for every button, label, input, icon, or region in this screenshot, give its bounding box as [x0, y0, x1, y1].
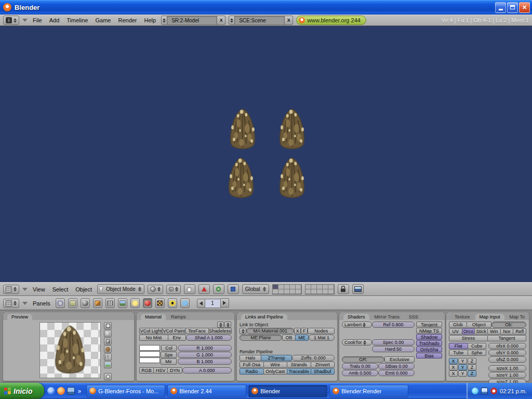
clock[interactable]: 02:21 p.m. [500, 388, 527, 394]
onlycast-button[interactable]: OnlyCast [263, 368, 288, 375]
internet-explorer-icon[interactable] [47, 387, 55, 395]
pivot-selector[interactable] [166, 285, 181, 294]
tab-ramps[interactable]: Ramps [167, 314, 190, 320]
axis-x-button[interactable]: X [449, 370, 458, 377]
taskbar-item-blender244[interactable]: Blender 2.44 [167, 385, 246, 397]
axis-x-button[interactable]: X [449, 358, 458, 364]
ref-slider[interactable]: Ref 0.800 [372, 322, 415, 328]
cube-button[interactable]: Cube [468, 343, 487, 349]
refl-button[interactable]: Refl [513, 328, 526, 335]
shadow-button[interactable]: Shadow [416, 334, 442, 340]
material-subcontext-button[interactable] [143, 298, 152, 308]
layer-cell[interactable] [328, 289, 334, 294]
frame-next-button[interactable] [221, 298, 229, 308]
zoffs-field[interactable]: Zoffs: 0.000 [292, 355, 335, 361]
menu-panels[interactable]: Panels [31, 300, 52, 307]
trashado-button[interactable]: TraShado [416, 340, 442, 346]
preview-sky-button[interactable] [104, 361, 112, 368]
axis-z-button[interactable]: Z [468, 358, 476, 364]
tab-texture[interactable]: Texture [450, 314, 474, 320]
mode-selector[interactable]: Object Mode [97, 284, 144, 294]
menu-help[interactable]: Help [142, 17, 158, 23]
mirror-color-swatch[interactable] [139, 357, 160, 363]
shadbuf-button[interactable]: Shadbuf [311, 368, 335, 375]
tab-map-input[interactable]: Map Input [475, 314, 504, 320]
editor-type-selector[interactable]: i [3, 16, 19, 25]
shading-context-button[interactable] [81, 298, 90, 308]
radio-button[interactable]: Radio [240, 368, 264, 375]
browse-scenes-button[interactable] [229, 16, 235, 25]
preview-sphere-button[interactable] [104, 330, 112, 337]
ztransp-button[interactable]: ZTransp [261, 355, 292, 361]
zinvert-button[interactable]: ZInvert [311, 362, 335, 368]
taskbar-item-blender-render[interactable]: Blender:Render [329, 385, 408, 397]
tab-links-pipeline[interactable]: Links and Pipeline [241, 314, 287, 320]
glob-button[interactable]: Glob [449, 322, 467, 328]
onlysha-button[interactable]: OnlySha [416, 347, 442, 352]
tralu-slider[interactable]: Tralu 0.00 [342, 363, 378, 369]
menu-object[interactable]: Object [73, 286, 94, 292]
object-context-button[interactable] [93, 298, 102, 308]
collapse-menu-icon[interactable] [22, 302, 28, 305]
status-tray-icon[interactable] [490, 388, 497, 394]
layer-cell[interactable] [278, 289, 284, 294]
paste-material-button[interactable] [224, 322, 231, 328]
rgb-mode-button[interactable]: RGB [139, 367, 154, 374]
red-slider[interactable]: R 1.000 [178, 345, 232, 351]
delete-scene-button[interactable]: X [285, 16, 293, 25]
hard-slider[interactable]: Hard:50 [372, 346, 415, 352]
tube-button[interactable]: Tube [449, 350, 468, 356]
layer-cell[interactable] [311, 289, 317, 294]
restore-button[interactable] [507, 2, 518, 13]
show-desktop-icon[interactable] [67, 387, 75, 395]
tree-billboard-object[interactable] [274, 107, 310, 153]
fake-user-button[interactable]: F [301, 328, 308, 334]
me-link-button[interactable]: ME [295, 335, 309, 341]
tab-preview[interactable]: Preview [7, 314, 32, 320]
frame-previous-button[interactable] [197, 299, 205, 308]
sizey-field[interactable]: sizeY 1.00 [488, 372, 526, 378]
editor-type-selector[interactable] [3, 285, 19, 294]
vcol-light-button[interactable]: VCol Light [139, 328, 163, 334]
layer-cell[interactable] [323, 285, 328, 289]
radiosity-subcontext-button[interactable] [168, 298, 177, 308]
layer-cell[interactable] [296, 289, 301, 294]
layer-cell[interactable] [278, 285, 284, 289]
menu-render[interactable]: Render [116, 17, 139, 23]
menu-file[interactable]: File [31, 17, 44, 23]
browse-materials-button[interactable] [240, 328, 246, 334]
stick-button[interactable]: Stick [474, 328, 488, 335]
layer-cell[interactable] [284, 285, 290, 289]
world-subcontext-button[interactable] [180, 298, 190, 308]
win-button[interactable]: Win [487, 328, 501, 335]
tab-sss[interactable]: SSS [405, 314, 422, 320]
unlink-material-button[interactable]: X [294, 328, 301, 334]
ob-field[interactable]: Ob: [491, 322, 526, 328]
axis-y-button[interactable]: Y [458, 358, 467, 364]
scene-context-button[interactable] [118, 298, 127, 308]
sbias-slider[interactable]: SBias 0.00 [378, 363, 415, 369]
menu-timeline[interactable]: Timeline [64, 17, 90, 23]
layer-cell[interactable] [284, 289, 290, 294]
layer-cell[interactable] [290, 285, 296, 289]
manipulator-toggle-button[interactable] [184, 284, 195, 294]
preview-osa-button[interactable] [104, 373, 112, 380]
layer-cell[interactable] [305, 289, 311, 294]
layer-cell[interactable] [311, 285, 317, 289]
preview-hair-button[interactable] [104, 353, 112, 361]
scale-manipulator-button[interactable] [228, 284, 239, 294]
shadeless-button[interactable]: Shadeless [208, 328, 232, 334]
menu-game[interactable]: Game [93, 17, 113, 23]
flat-button[interactable]: Flat [449, 343, 468, 349]
amb-slider[interactable]: Amb 0.500 [342, 370, 378, 376]
axis-y-button[interactable]: Y [458, 364, 467, 370]
chevron-icon[interactable]: » [77, 388, 83, 395]
orco-button[interactable]: Orco [462, 328, 475, 335]
tangent-map-button[interactable]: Tangent [487, 335, 526, 341]
copy-material-button[interactable] [217, 322, 224, 328]
blender-version-button[interactable]: www.blender.org 244 [296, 16, 366, 25]
collapse-menu-icon[interactable] [22, 19, 28, 22]
spe-button[interactable]: Spe [161, 352, 177, 358]
script-context-button[interactable] [68, 298, 77, 308]
tab-mirror-transp[interactable]: Mirror Trans [370, 314, 404, 320]
